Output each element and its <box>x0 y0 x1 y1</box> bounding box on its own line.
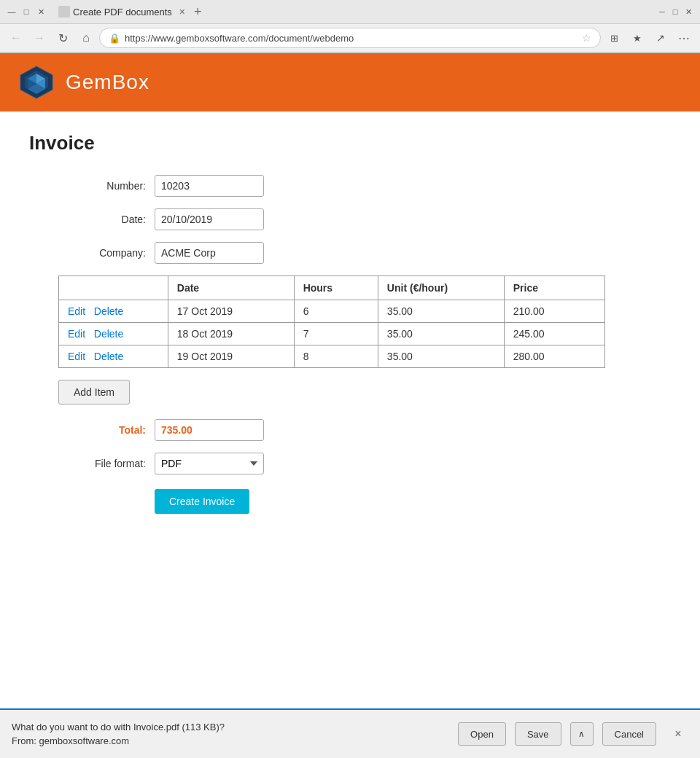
address-bar[interactable]: 🔒 https://www.gemboxsoftware.com/documen… <box>99 28 601 48</box>
company-row: Company: <box>58 242 671 264</box>
file-format-row: File format: PDF DOCX XLSX <box>58 453 671 474</box>
edit-link[interactable]: Edit <box>68 305 85 317</box>
add-item-button[interactable]: Add Item <box>58 380 130 405</box>
row-unit: 35.00 <box>378 300 504 323</box>
row-unit: 35.00 <box>378 323 504 345</box>
row-price: 210.00 <box>504 300 604 323</box>
date-row: Date: <box>58 208 671 230</box>
download-line1: What do you want to do with Invoice.pdf … <box>12 720 449 735</box>
refresh-button[interactable]: ↻ <box>52 28 73 48</box>
invoice-form: Number: Date: Company: <box>58 175 671 264</box>
row-unit: 35.00 <box>378 345 504 368</box>
col-date: Date <box>168 276 294 300</box>
edit-link[interactable]: Edit <box>68 328 85 340</box>
download-line2: From: gemboxsoftware.com <box>12 734 449 749</box>
address-text: https://www.gemboxsoftware.com/document/… <box>125 33 578 44</box>
file-format-select[interactable]: PDF DOCX XLSX <box>155 453 264 474</box>
forward-button[interactable]: → <box>29 28 50 48</box>
open-button[interactable]: Open <box>458 722 506 746</box>
page-header: GemBox <box>0 53 700 112</box>
logo-text: GemBox <box>66 71 149 94</box>
tab-close-btn[interactable]: × <box>179 6 185 17</box>
invoice-table-wrapper: Date Hours Unit (€/hour) Price Edit Dele… <box>58 276 671 419</box>
cancel-button[interactable]: Cancel <box>602 722 656 746</box>
bookmark-icon[interactable]: ☆ <box>582 32 591 44</box>
row-price: 280.00 <box>504 345 604 368</box>
col-actions <box>59 276 168 300</box>
close-icon: × <box>674 727 681 741</box>
table-row: Edit Delete 17 Oct 2019 6 35.00 210.00 <box>59 300 605 323</box>
date-input[interactable] <box>155 208 264 230</box>
number-row: Number: <box>58 175 671 197</box>
row-actions: Edit Delete <box>59 345 168 368</box>
row-date: 18 Oct 2019 <box>168 323 294 345</box>
invoice-table: Date Hours Unit (€/hour) Price Edit Dele… <box>58 276 605 368</box>
total-row: Total: 735.00 <box>58 419 671 441</box>
window-minimize-icon[interactable]: ─ <box>656 6 668 17</box>
number-label: Number: <box>58 180 146 192</box>
main-content: Invoice Number: Date: Company: Date Hour… <box>0 112 700 534</box>
title-bar: — □ ✕ Create PDF documents × + ─ □ ✕ <box>0 0 700 23</box>
save-chevron-button[interactable]: ∧ <box>570 722 594 746</box>
row-price: 245.00 <box>504 323 604 345</box>
tab-title: Create PDF documents <box>73 7 172 17</box>
collections-icon[interactable]: ⊞ <box>604 28 624 48</box>
chevron-up-icon: ∧ <box>578 729 585 739</box>
create-invoice-button[interactable]: Create Invoice <box>155 489 249 514</box>
row-date: 17 Oct 2019 <box>168 300 294 323</box>
window-close-icon[interactable]: ✕ <box>682 6 694 17</box>
edit-link[interactable]: Edit <box>68 351 85 362</box>
col-hours: Hours <box>294 276 378 300</box>
row-hours: 7 <box>294 323 378 345</box>
maximize-btn[interactable]: □ <box>20 6 32 17</box>
delete-link[interactable]: Delete <box>94 351 123 362</box>
col-price: Price <box>504 276 604 300</box>
table-row: Edit Delete 19 Oct 2019 8 35.00 280.00 <box>59 345 605 368</box>
delete-link[interactable]: Delete <box>94 328 123 340</box>
company-input[interactable] <box>155 242 264 264</box>
logo-icon <box>18 63 55 101</box>
download-bar: What do you want to do with Invoice.pdf … <box>0 708 700 758</box>
date-label: Date: <box>58 214 146 225</box>
table-row: Edit Delete 18 Oct 2019 7 35.00 245.00 <box>59 323 605 345</box>
navigation-bar: ← → ↻ ⌂ 🔒 https://www.gemboxsoftware.com… <box>0 23 700 52</box>
favorites-icon[interactable]: ★ <box>627 28 648 48</box>
window-restore-icon[interactable]: □ <box>669 6 681 17</box>
save-button[interactable]: Save <box>515 722 561 746</box>
share-icon[interactable]: ↗ <box>650 28 671 48</box>
close-btn[interactable]: ✕ <box>35 6 47 17</box>
row-actions: Edit Delete <box>59 300 168 323</box>
row-hours: 8 <box>294 345 378 368</box>
table-header-row: Date Hours Unit (€/hour) Price <box>59 276 605 300</box>
download-close-button[interactable]: × <box>668 724 688 744</box>
back-button[interactable]: ← <box>6 28 26 48</box>
new-tab-btn[interactable]: + <box>194 4 202 20</box>
more-options-icon[interactable]: ⋯ <box>674 28 694 48</box>
number-input[interactable] <box>155 175 264 197</box>
total-label: Total: <box>58 424 146 436</box>
delete-link[interactable]: Delete <box>94 305 123 317</box>
minimize-btn[interactable]: — <box>6 6 18 17</box>
download-message: What do you want to do with Invoice.pdf … <box>12 720 449 749</box>
lock-icon: 🔒 <box>109 33 120 44</box>
col-unit: Unit (€/hour) <box>378 276 504 300</box>
home-button[interactable]: ⌂ <box>76 28 96 48</box>
tab-favicon <box>58 6 70 17</box>
row-hours: 6 <box>294 300 378 323</box>
row-actions: Edit Delete <box>59 323 168 345</box>
file-format-label: File format: <box>58 458 146 469</box>
total-value: 735.00 <box>155 419 264 441</box>
page-title: Invoice <box>29 132 671 155</box>
company-label: Company: <box>58 247 146 259</box>
row-date: 19 Oct 2019 <box>168 345 294 368</box>
